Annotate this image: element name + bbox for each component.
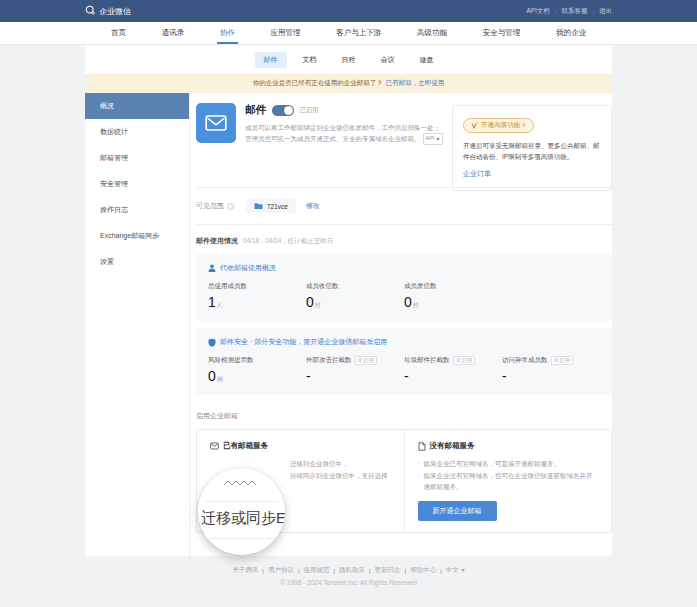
not-enabled-badge: 未启用: [355, 356, 378, 365]
scope-folder-name: 721vce: [267, 203, 288, 210]
mail-outline-icon: [210, 442, 219, 450]
mail-title: 邮件: [245, 103, 266, 117]
stat-label: 垃圾邮件拦截数: [404, 356, 450, 365]
stat-label: 总使用成员数: [208, 282, 247, 291]
separator: [555, 8, 557, 15]
existing-service-line: 持续同步到企业微信中，支持选择: [290, 470, 391, 482]
stat-value: -: [404, 368, 502, 384]
mail-security-panel: 邮件安全 · 部分安全功能，需开通企业微信邮箱后启用 风险检测提示数 0例 外部…: [196, 328, 612, 395]
mail-security-link[interactable]: 邮件安全 · 部分安全功能，需开通企业微信邮箱后启用: [208, 337, 600, 347]
stat-unit: 封: [413, 302, 419, 308]
subtab-mail[interactable]: 邮件: [255, 52, 287, 68]
api-dropdown-label: API: [426, 134, 435, 144]
sidebar-item-operation-log[interactable]: 操作日志: [85, 197, 189, 223]
proxy-mailbox-usage-link[interactable]: 代收邮箱使用概况: [208, 263, 600, 273]
stat-value: 1人: [208, 294, 306, 310]
enable-mailbox-section-title: 启用企业邮箱: [196, 411, 612, 421]
top-bar: 企业微信 API文档 联系客服 退出: [0, 0, 697, 22]
mail-app-header: 邮件 已启用 成员可以将工作邮箱绑定到企业微信收发邮件，工作消息归集一处；管理员…: [196, 103, 612, 187]
chevron-down-icon: [436, 138, 440, 141]
subtab-meeting[interactable]: 会议: [372, 52, 404, 68]
tab-my-company[interactable]: 我的企业: [556, 22, 586, 44]
no-mail-service-column: 没有邮箱服务 如果企业已有官网域名，可直接开通邮箱服务。 如果企业没有官网域名，…: [405, 430, 612, 532]
sidebar-item-exchange-sync[interactable]: Exchange邮箱同步: [85, 223, 189, 249]
stat-label: 成员收信数: [306, 282, 339, 291]
wecom-logo-icon: [85, 5, 95, 17]
mail-description-text: 成员可以将工作邮箱绑定到企业微信收发邮件，工作消息归集一处；管理员也可统一为成员…: [245, 124, 440, 142]
footer-link-guidelines[interactable]: 使用规范: [303, 566, 329, 575]
api-dropdown[interactable]: API: [423, 133, 444, 145]
logout-link[interactable]: 退出: [599, 7, 612, 16]
subtab-drive[interactable]: 微盘: [411, 52, 443, 68]
footer-link-changelog[interactable]: 更新日志: [375, 566, 401, 575]
shield-icon: [208, 338, 216, 347]
stat-unit: 封: [315, 302, 321, 308]
api-docs-link[interactable]: API文档: [526, 7, 549, 16]
caret-down-icon: [461, 569, 465, 572]
proxy-mailbox-usage-label: 代收邮箱使用概况: [220, 263, 276, 273]
main-nav: 首页 通讯录 协作 应用管理 客户与上下游 高级功能 安全与管理 我的企业: [0, 22, 697, 45]
proxy-mailbox-usage-panel: 代收邮箱使用概况 总使用成员数 1人 成员收信数 0封 成员发信数 0封: [196, 254, 612, 321]
stat-label: 访问异常成员数: [502, 356, 548, 365]
stat-mails-sent: 成员发信数 0封: [404, 282, 502, 310]
open-new-mailbox-button[interactable]: 新开通企业邮箱: [418, 501, 497, 521]
visible-scope-label: 可见范围: [196, 201, 224, 211]
tab-customers[interactable]: 客户与上下游: [336, 22, 381, 44]
stat-unit: 人: [217, 302, 223, 308]
stat-value: 0封: [404, 294, 502, 310]
no-service-bullet: 如果企业没有官网域名，也可在企业微信快速获取域名并开通邮箱服务。: [418, 470, 599, 493]
enterprise-orders-link[interactable]: 企业订单: [463, 169, 491, 179]
usage-section-header: 邮件使用情况 04/18 - 04/24，统计截止至昨日: [196, 236, 612, 246]
sidebar-item-settings[interactable]: 设置: [85, 249, 189, 275]
copyright-text: © 1998 - 2024 Tencent Inc. All Rights Re…: [0, 579, 697, 586]
mail-description: 成员可以将工作邮箱绑定到企业微信收发邮件，工作消息归集一处；管理员也可统一为成员…: [245, 122, 445, 145]
stat-external-attacks-blocked: 外部攻击拦截数未启用 -: [306, 356, 404, 384]
scope-edit-link[interactable]: 修改: [306, 201, 320, 211]
separator: [440, 567, 442, 574]
promo-description: 开通后可享受无限邮箱容量、更多公共邮箱、邮件自动备份、IP限制等多项高级功能。: [463, 140, 601, 162]
sidebar-item-security-management[interactable]: 安全管理: [85, 171, 189, 197]
stat-label: 外部攻击拦截数: [306, 356, 352, 365]
upgrade-premium-button[interactable]: 开通高级功能 >: [463, 118, 534, 133]
tab-app-management[interactable]: 应用管理: [271, 22, 301, 44]
sidebar-item-mailbox-management[interactable]: 邮箱管理: [85, 145, 189, 171]
footer-link-agreement[interactable]: 用户协议: [268, 566, 294, 575]
stat-spam-blocked: 垃圾邮件拦截数未启用 -: [404, 356, 502, 384]
separator: [592, 8, 594, 15]
scope-folder-tag[interactable]: 721vce: [246, 199, 296, 213]
sidebar-item-statistics[interactable]: 数据统计: [85, 119, 189, 145]
usage-title: 邮件使用情况: [196, 237, 238, 244]
footer-link-privacy[interactable]: 隐私政策: [339, 566, 365, 575]
contact-support-link[interactable]: 联系客服: [561, 7, 587, 16]
zigzag-icon: [223, 473, 257, 491]
envelope-icon: [205, 114, 227, 132]
subtab-calendar[interactable]: 日程: [333, 52, 365, 68]
topbar-links: API文档 联系客服 退出: [526, 7, 612, 16]
stat-label: 风险检测提示数: [208, 356, 254, 365]
separator: [405, 567, 407, 574]
sub-tabs: 邮件 文档 日程 会议 微盘: [85, 45, 612, 74]
mail-security-label: 邮件安全 · 部分安全功能，需开通企业微信邮箱后启用: [220, 337, 387, 347]
sidebar-item-overview[interactable]: 概况: [85, 93, 189, 119]
stat-value: 0例: [208, 368, 306, 384]
footer-link-help-center[interactable]: 帮助中心: [410, 566, 436, 575]
magnifier-overlay: 迁移或同步E: [198, 468, 285, 555]
notice-banner: 你的企业是否已经有正在使用的企业邮箱了？ 已有邮箱，立即使用: [85, 74, 612, 93]
footer-link-about[interactable]: 关于腾讯: [232, 566, 258, 575]
tab-collaboration[interactable]: 协作: [220, 22, 235, 44]
language-selector[interactable]: 中文: [446, 566, 465, 575]
info-icon[interactable]: i: [227, 203, 234, 210]
stat-value: -: [502, 368, 600, 384]
app-logo[interactable]: 企业微信: [85, 5, 131, 17]
subtab-docs[interactable]: 文档: [294, 52, 326, 68]
tab-contacts[interactable]: 通讯录: [162, 22, 185, 44]
stat-risk-alerts: 风险检测提示数 0例: [208, 356, 306, 384]
tab-security-management[interactable]: 安全与管理: [483, 22, 521, 44]
banner-use-existing-link[interactable]: 已有邮箱，立即使用: [386, 79, 445, 88]
tab-home[interactable]: 首页: [111, 22, 126, 44]
tab-advanced-features[interactable]: 高级功能: [417, 22, 447, 44]
mail-enabled-toggle[interactable]: [272, 105, 294, 116]
premium-promo-card: 开通高级功能 > 开通后可享受无限邮箱容量、更多公共邮箱、邮件自动备份、IP限制…: [452, 105, 612, 191]
app-logo-label: 企业微信: [99, 6, 131, 17]
stat-mails-received: 成员收信数 0封: [306, 282, 404, 310]
